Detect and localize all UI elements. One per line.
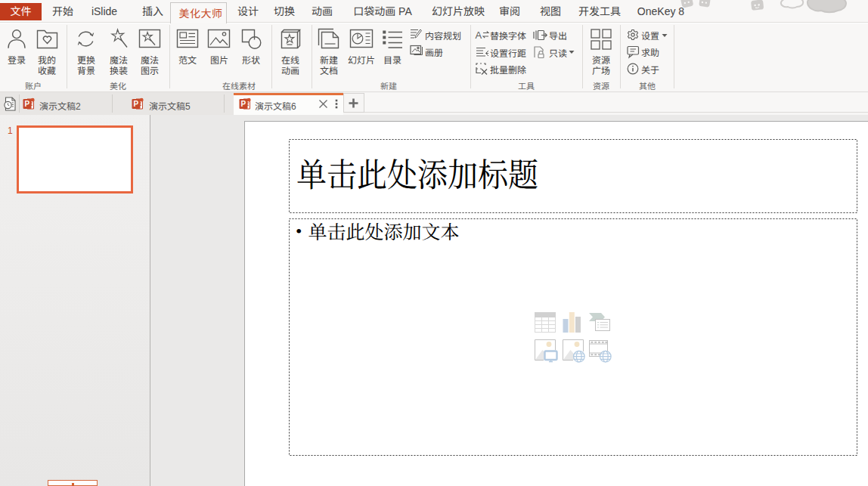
svg-text:P: P bbox=[241, 100, 246, 108]
svg-text:A: A bbox=[476, 29, 482, 41]
svg-text:P: P bbox=[134, 100, 139, 108]
svg-text:P: P bbox=[25, 100, 30, 108]
